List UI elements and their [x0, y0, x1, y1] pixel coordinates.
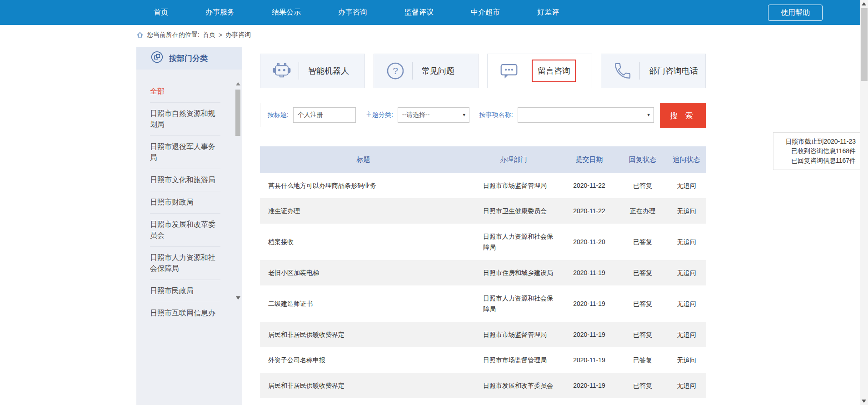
table-row: 居民和非居民供暖收费界定日照市发展和改革委员会2020-11-19已答复无追问 [260, 373, 706, 398]
column-header: 提交日期 [560, 146, 618, 173]
search-bar: 按标题: 主题分类: --请选择-- ▼ 按事项名称: ▼ 搜 索 [260, 103, 706, 127]
column-header: 办理部门 [467, 146, 560, 173]
question-icon: ? [386, 61, 405, 80]
column-header: 追问状态 [667, 146, 706, 173]
cell-follow: 无追问 [667, 173, 706, 198]
table-header-row: 标题办理部门提交日期回复状态追问状态 [260, 146, 706, 173]
main-menu: 首页办事服务结果公示办事咨询监督评议中介超市好差评 [154, 0, 559, 25]
help-button[interactable]: 使用帮助 [768, 5, 823, 21]
item-select[interactable]: ▼ [518, 107, 654, 123]
breadcrumb-label: 您当前所在的位置: [147, 31, 200, 39]
cell-follow: 无追问 [667, 260, 706, 285]
sidebar-item[interactable]: 日照市互联网信息办 [150, 302, 220, 324]
search-button[interactable]: 搜 索 [660, 103, 706, 128]
sidebar-item[interactable]: 日照市自然资源和规划局 [150, 103, 220, 136]
tab-label: 智能机器人 [308, 65, 349, 76]
item-filter-label: 按事项名称: [479, 111, 513, 119]
page-scrollbar-thumb[interactable] [861, 8, 868, 81]
nav-item[interactable]: 监督评议 [404, 8, 434, 17]
cell-dept: 日照市市场监督管理局 [467, 173, 560, 198]
nav-item[interactable]: 办事服务 [205, 8, 234, 17]
scroll-up-icon[interactable] [862, 2, 866, 5]
cell-title[interactable]: 二级建造师证书 [260, 285, 467, 322]
sidebar-scrollbar-thumb[interactable] [235, 90, 240, 136]
stats-line1: 日照市截止到2020-11-23 [778, 137, 856, 146]
tab-divider [412, 62, 413, 80]
tab-faq[interactable]: ?常见问题 [374, 54, 479, 88]
title-filter-label: 按标题: [268, 111, 289, 119]
cell-reply: 已答复 [618, 224, 667, 260]
cell-title[interactable]: 居民和非居民供暖收费界定 [260, 322, 467, 347]
tab-smart-robot[interactable]: 智能机器人 [260, 54, 365, 88]
table-row: 二级建造师证书日照市人力资源和社会保障局2020-11-19已答复无追问 [260, 285, 706, 322]
tab-label: 常见问题 [422, 65, 454, 76]
sidebar-scrollbar[interactable] [235, 82, 241, 300]
sidebar-item[interactable]: 日照市退役军人事务局 [150, 136, 220, 169]
nav-item[interactable]: 首页 [154, 8, 168, 17]
category-icon [151, 51, 163, 65]
tab-label: 部门咨询电话 [649, 65, 698, 76]
cell-date: 2020-11-22 [560, 198, 618, 224]
table-row: 档案接收日照市人力资源和社会保障局2020-11-20已答复无追问 [260, 224, 706, 260]
cell-follow: 无追问 [667, 285, 706, 322]
home-icon [136, 31, 144, 39]
main-content: 智能机器人?常见问题留言咨询部门咨询电话 按标题: 主题分类: --请选择-- … [260, 54, 706, 88]
cell-title[interactable]: 准生证办理 [260, 198, 467, 224]
cell-reply: 已答复 [618, 322, 667, 347]
cell-follow: 无追问 [667, 347, 706, 373]
cell-date: 2020-11-19 [560, 322, 618, 347]
cell-date: 2020-11-19 [560, 347, 618, 373]
scroll-down-icon[interactable] [236, 296, 240, 300]
title-search-input[interactable] [293, 107, 356, 123]
cell-dept: 日照市市场监督管理局 [467, 347, 560, 373]
cell-reply: 已答复 [618, 347, 667, 373]
stats-box: 日照市截止到2020-11-23 已收到咨询信息1168件 已回复咨询信息116… [773, 132, 861, 170]
sidebar-item[interactable]: 日照市财政局 [150, 191, 220, 214]
nav-item[interactable]: 好差评 [537, 8, 559, 17]
scroll-down-icon[interactable] [862, 400, 866, 403]
cell-title[interactable]: 档案接收 [260, 224, 467, 260]
sidebar-item[interactable]: 日照市文化和旅游局 [150, 169, 220, 191]
category-filter-label: 主题分类: [366, 111, 393, 119]
breadcrumb-home-link[interactable]: 首页 [203, 31, 215, 39]
tab-label: 留言咨询 [532, 60, 576, 82]
cell-title[interactable]: 外资子公司名称申报 [260, 347, 467, 373]
cell-dept: 日照市人力资源和社会保障局 [467, 285, 560, 322]
tab-divider [526, 62, 526, 80]
sidebar-item[interactable]: 日照市民政局 [150, 280, 220, 302]
cell-date: 2020-11-20 [560, 224, 618, 260]
cell-title[interactable]: 老旧小区加装电梯 [260, 260, 467, 285]
category-select-value: --请选择-- [402, 111, 430, 119]
breadcrumb-current: 办事咨询 [225, 31, 251, 39]
department-list: 全部日照市自然资源和规划局日照市退役军人事务局日照市文化和旅游局日照市财政局日照… [136, 70, 242, 324]
sidebar-item[interactable]: 日照市人力资源和社会保障局 [150, 247, 220, 280]
stats-line2: 已收到咨询信息1168件 [778, 146, 856, 156]
svg-text:?: ? [393, 65, 398, 76]
chevron-down-icon: ▼ [462, 113, 466, 117]
cell-follow: 无追问 [667, 322, 706, 347]
nav-item[interactable]: 中介超市 [471, 8, 500, 17]
nav-item[interactable]: 办事咨询 [338, 8, 367, 17]
scroll-up-icon[interactable] [236, 82, 240, 85]
column-header: 标题 [260, 146, 467, 173]
cell-title[interactable]: 莒县什么地方可以办理商品条形码业务 [260, 173, 467, 198]
cell-reply: 已答复 [618, 260, 667, 285]
cell-title[interactable]: 居民和非居民供暖收费界定 [260, 373, 467, 398]
tab-message-consult[interactable]: 留言咨询 [487, 54, 592, 88]
page-scrollbar[interactable] [860, 0, 868, 405]
consult-table: 标题办理部门提交日期回复状态追问状态 莒县什么地方可以办理商品条形码业务日照市市… [260, 146, 706, 398]
cell-dept: 日照市住房和城乡建设局 [467, 260, 560, 285]
cell-date: 2020-11-19 [560, 285, 618, 322]
robot-icon [272, 61, 291, 80]
sidebar-item[interactable]: 全部 [150, 80, 220, 103]
top-nav: 首页办事服务结果公示办事咨询监督评议中介超市好差评 使用帮助 [0, 0, 868, 25]
nav-item[interactable]: 结果公示 [272, 8, 301, 17]
tab-department-phone[interactable]: 部门咨询电话 [601, 54, 706, 88]
tab-divider [639, 62, 640, 80]
page: 首页办事服务结果公示办事咨询监督评议中介超市好差评 使用帮助 您当前所在的位置:… [0, 0, 868, 405]
sidebar-item[interactable]: 日照市发展和改革委员会 [150, 214, 220, 247]
breadcrumb: 您当前所在的位置: 首页 > 办事咨询 [136, 29, 251, 41]
category-select[interactable]: --请选择-- ▼ [398, 107, 469, 123]
column-header: 回复状态 [618, 146, 667, 173]
consult-tabs: 智能机器人?常见问题留言咨询部门咨询电话 [260, 54, 706, 88]
